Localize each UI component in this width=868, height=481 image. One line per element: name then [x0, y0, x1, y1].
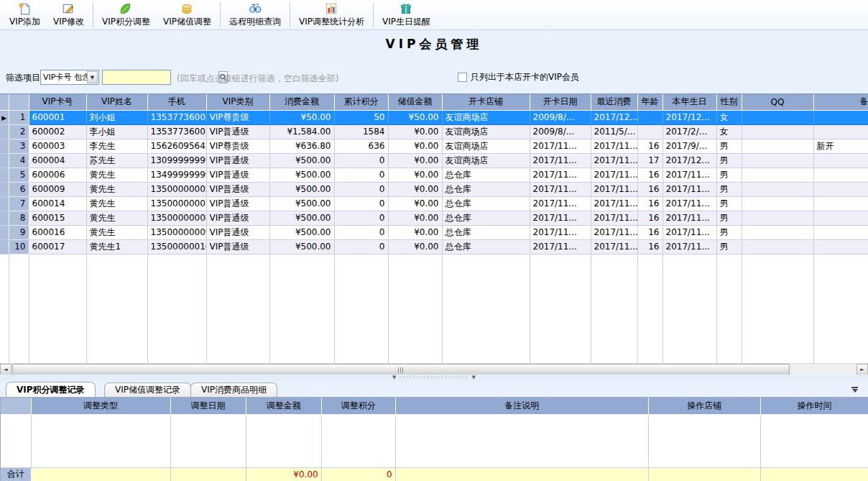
cell-VIP卡号: 600001	[29, 110, 86, 124]
cell-手机: 13500000008	[147, 211, 206, 225]
cell-VIP卡号: 600015	[29, 211, 86, 225]
member-row-1[interactable]: ▶1600001刘小姐13537736003VIP尊贵级¥50.0050¥50.…	[0, 110, 868, 124]
detail-column-header-2[interactable]: 调整金额	[246, 398, 321, 414]
tab-vip-consumption-detail[interactable]: VIP消费商品明细	[190, 382, 277, 397]
main-column-header-3[interactable]: VIP类别	[206, 94, 269, 110]
main-column-header-12[interactable]: 性别	[716, 94, 742, 110]
cell-开卡日期: 2017/11...	[530, 196, 591, 211]
cell-性别: 男	[716, 182, 742, 196]
row-indicator	[0, 168, 9, 182]
vip-adjust-stats-button[interactable]: VIP调整统计分析	[292, 0, 371, 29]
vip-edit-button[interactable]: VIP修改	[47, 0, 91, 29]
only-store-checkbox-label: 只列出于本店开卡的VIP会员	[471, 71, 579, 83]
cell-开卡日期: 2017/11...	[530, 153, 591, 168]
remote-detail-query-button[interactable]: 远程明细查询	[223, 0, 287, 29]
member-row-4[interactable]: 4600004苏先生13099999999VIP普通级¥500.000¥0.00…	[0, 153, 868, 168]
cell-VIP姓名: 黄先生	[86, 211, 147, 225]
cell-手机: 13500000010	[147, 239, 206, 254]
cell-本年生日: 2017/9/...	[662, 139, 716, 153]
row-indicator	[0, 211, 9, 225]
detail-column-header-1[interactable]: 调整日期	[170, 398, 246, 414]
main-table-header-row: VIP卡号VIP姓名手机VIP类别消费金额累计积分储值金额开卡店铺开卡日期最近消…	[0, 94, 868, 110]
cell-本年生日: 2017/11...	[662, 239, 716, 254]
cell-消费金额: ¥1,584.00	[269, 124, 334, 139]
vip-birthday-reminder-button[interactable]: VIP生日提醒	[376, 0, 437, 29]
main-column-header-4[interactable]: 消费金额	[269, 94, 334, 110]
cell-年龄: 16	[637, 139, 662, 153]
scroll-left-arrow-icon[interactable]: ◄	[0, 364, 11, 375]
main-column-header-11[interactable]: 本年生日	[662, 94, 716, 110]
cell-QQ	[742, 225, 813, 239]
cell-累计积分: 0	[334, 168, 388, 182]
row-indicator	[0, 196, 9, 211]
detail-column-header-3[interactable]: 调整积分	[321, 398, 395, 414]
cell-QQ	[742, 211, 813, 225]
main-column-header-6[interactable]: 储值金额	[388, 94, 442, 110]
vip-edit-label: VIP修改	[53, 16, 84, 28]
cell-消费金额: ¥50.00	[269, 110, 334, 124]
main-column-header-9[interactable]: 最近消费	[591, 94, 637, 110]
main-column-header-13[interactable]: QQ	[742, 94, 813, 110]
collapse-detail-panel-icon[interactable]	[851, 387, 858, 393]
main-column-header-0[interactable]: VIP卡号	[29, 94, 86, 110]
main-column-header-2[interactable]: 手机	[147, 94, 206, 110]
points-adjust-log-table: 调整类型调整日期调整金额调整积分备注说明操作店铺操作时间 合计 ¥0.00 0	[0, 397, 868, 481]
tab-vip-points-adjust-log[interactable]: VIP积分调整记录	[6, 382, 96, 397]
member-row-7[interactable]: 7600014黄先生13500000007VIP普通级¥500.000¥0.00…	[0, 196, 868, 211]
cell-性别: 女	[716, 110, 742, 124]
cell-备注: 新开	[813, 139, 868, 153]
cell-性别: 男	[716, 211, 742, 225]
detail-column-header-6[interactable]: 操作时间	[760, 398, 868, 414]
cell-储值金额: ¥50.00	[388, 110, 442, 124]
member-row-8[interactable]: 8600015黄先生13500000008VIP普通级¥500.000¥0.00…	[0, 211, 868, 225]
detail-column-header-0[interactable]: 调整类型	[31, 398, 170, 414]
filter-field-select[interactable]: VIP卡号 包含 ▼	[40, 70, 99, 85]
splitter-bar[interactable]: ▼ .................... ▼	[0, 375, 868, 381]
cell-累计积分: 0	[334, 153, 388, 168]
cell-最近消费: 2017/11...	[591, 182, 637, 196]
cell-累计积分: 0	[334, 239, 388, 254]
scroll-right-arrow-icon[interactable]: ►	[857, 364, 868, 375]
tab-vip-stored-value-log[interactable]: VIP储值调整记录	[104, 382, 191, 397]
main-column-header-1[interactable]: VIP姓名	[86, 94, 147, 110]
cell-消费金额: ¥500.00	[269, 168, 334, 182]
detail-column-header-4[interactable]: 备注说明	[395, 398, 648, 414]
cell-最近消费: 2011/5/...	[591, 124, 637, 139]
indicator-column-header	[0, 94, 9, 110]
vip-stored-value-adjust-button[interactable]: VIP储值调整	[157, 0, 218, 29]
member-row-2[interactable]: 2600002李小姐13537736001VIP普通级¥1,584.001584…	[0, 124, 868, 139]
row-number: 6	[9, 182, 29, 196]
cell-开卡日期: 2017/11...	[530, 211, 591, 225]
main-column-header-5[interactable]: 累计积分	[334, 94, 388, 110]
cell-开卡店铺: 总仓库	[442, 196, 530, 211]
rownum-column-header	[9, 94, 29, 110]
splitter-handle[interactable]: ▼ .................... ▼	[392, 375, 476, 381]
main-column-header-10[interactable]: 年龄	[637, 94, 662, 110]
summary-adjust-points: 0	[321, 467, 395, 481]
member-row-5[interactable]: 5600006黄先生13499999999VIP普通级¥500.000¥0.00…	[0, 168, 868, 182]
only-store-checkbox[interactable]	[458, 73, 467, 82]
main-column-header-8[interactable]: 开卡日期	[530, 94, 591, 110]
member-row-3[interactable]: 3600003李先生15626095645VIP尊贵级¥636.80636¥0.…	[0, 139, 868, 153]
detail-column-header-5[interactable]: 操作店铺	[648, 398, 760, 414]
cell-储值金额: ¥0.00	[388, 139, 442, 153]
cell-本年生日: 2017/11...	[662, 168, 716, 182]
cell-VIP卡号: 600014	[29, 196, 86, 211]
cell-开卡店铺: 总仓库	[442, 211, 530, 225]
cell-VIP类别: VIP尊贵级	[206, 110, 269, 124]
main-column-header-14[interactable]: 备注	[813, 94, 868, 110]
chevron-down-icon[interactable]: ▼	[87, 71, 98, 83]
remote-query-binoculars-icon	[248, 2, 262, 15]
member-row-6[interactable]: 6600009黄先生13500000002VIP普通级¥500.000¥0.00…	[0, 182, 868, 196]
vip-member-management-window: { "toolbar": { "items": [ { "label": "VI…	[0, 0, 868, 481]
cell-开卡日期: 2017/11...	[530, 225, 591, 239]
vip-add-button[interactable]: VIP添加	[3, 0, 47, 29]
cell-本年生日: 2017/11...	[662, 225, 716, 239]
cell-开卡店铺: 友谊商场店	[442, 139, 530, 153]
cell-手机: 13500000002	[147, 182, 206, 196]
main-column-header-7[interactable]: 开卡店铺	[442, 94, 530, 110]
member-row-10[interactable]: 10600017黄先生113500000010VIP普通级¥500.000¥0.…	[0, 239, 868, 254]
vip-points-adjust-button[interactable]: VIP积分调整	[96, 0, 157, 29]
member-row-9[interactable]: 9600016黄先生13500000009VIP普通级¥500.000¥0.00…	[0, 225, 868, 239]
cell-VIP卡号: 600017	[29, 239, 86, 254]
